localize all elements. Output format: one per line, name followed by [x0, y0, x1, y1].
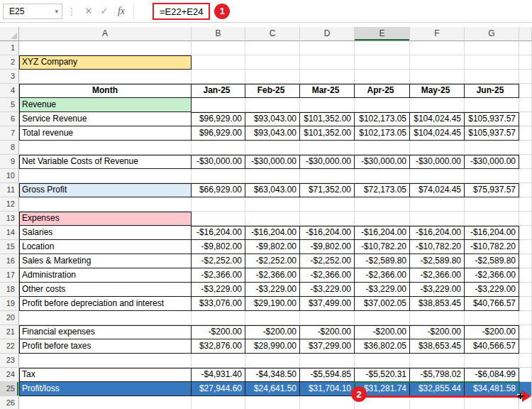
- cell[interactable]: [355, 169, 410, 183]
- cell[interactable]: $28,990.00: [245, 339, 300, 354]
- cell[interactable]: Location: [19, 240, 192, 254]
- cell[interactable]: $36,802.05: [355, 339, 410, 354]
- cell[interactable]: $93,043.00: [245, 112, 300, 126]
- cell[interactable]: -$2,366.00: [245, 268, 300, 283]
- row-number[interactable]: 7: [0, 126, 19, 141]
- cell[interactable]: -$2,589.80: [355, 254, 410, 268]
- cell[interactable]: [300, 70, 355, 84]
- cell[interactable]: Apr-25: [355, 84, 410, 98]
- cell[interactable]: [19, 141, 192, 155]
- cell[interactable]: $27,944.60: [192, 382, 245, 396]
- cell[interactable]: -$5,594.85: [300, 368, 355, 382]
- cell[interactable]: -$3,229.00: [410, 283, 465, 297]
- cell[interactable]: [519, 126, 532, 141]
- cell[interactable]: [245, 311, 300, 325]
- cell[interactable]: [300, 396, 355, 409]
- cell[interactable]: [192, 98, 245, 112]
- cell[interactable]: $102,173.05: [355, 126, 410, 141]
- cell[interactable]: Feb-25: [245, 84, 300, 98]
- column-header-G[interactable]: G: [465, 27, 519, 41]
- cell[interactable]: [410, 98, 465, 112]
- cell[interactable]: $31,704.10: [300, 382, 355, 396]
- cell[interactable]: [410, 396, 465, 409]
- cell[interactable]: $66,929.00: [192, 183, 245, 197]
- cell[interactable]: [192, 55, 245, 70]
- cell[interactable]: $105,937.57: [465, 112, 519, 126]
- cell[interactable]: [410, 311, 465, 325]
- cell[interactable]: -$5,798.02: [410, 368, 465, 382]
- cell[interactable]: -$4,931.40: [192, 368, 245, 382]
- row-number[interactable]: 8: [0, 141, 19, 155]
- cell[interactable]: [519, 112, 532, 126]
- cell[interactable]: [355, 141, 410, 155]
- cell[interactable]: [519, 354, 532, 368]
- cell[interactable]: [300, 311, 355, 325]
- cell[interactable]: [410, 141, 465, 155]
- cell[interactable]: $74,024.45: [410, 183, 465, 197]
- cell[interactable]: -$9,802.00: [300, 240, 355, 254]
- cell[interactable]: $29,190.00: [245, 297, 300, 311]
- cell[interactable]: [355, 197, 410, 212]
- cell[interactable]: [300, 141, 355, 155]
- cell[interactable]: [355, 212, 410, 226]
- cell[interactable]: [465, 98, 519, 112]
- cell[interactable]: Administration: [19, 268, 192, 283]
- cell[interactable]: Revenue: [19, 98, 192, 112]
- cell[interactable]: -$30,000.00: [410, 155, 465, 169]
- cell[interactable]: [192, 354, 245, 368]
- cell[interactable]: [300, 98, 355, 112]
- cell[interactable]: Net Variable Costs of Revenue: [19, 155, 192, 169]
- cell[interactable]: [519, 55, 532, 70]
- cell[interactable]: [519, 141, 532, 155]
- cell[interactable]: $71,352.00: [300, 183, 355, 197]
- cell[interactable]: -$6,084.99: [465, 368, 519, 382]
- column-header-A[interactable]: A: [19, 27, 192, 41]
- row-number[interactable]: 22: [0, 339, 19, 354]
- cell[interactable]: [19, 396, 192, 409]
- cell[interactable]: $32,855.44: [410, 382, 465, 396]
- cell[interactable]: [245, 70, 300, 84]
- select-all-corner[interactable]: [0, 27, 19, 41]
- cell[interactable]: [410, 41, 465, 55]
- cell[interactable]: [465, 197, 519, 212]
- cell[interactable]: $32,876.00: [192, 339, 245, 354]
- cell[interactable]: [465, 41, 519, 55]
- cell[interactable]: [519, 84, 532, 98]
- cell[interactable]: [465, 311, 519, 325]
- cell[interactable]: Financial expenses: [19, 325, 192, 339]
- column-header-D[interactable]: D: [300, 27, 355, 41]
- cell[interactable]: -$200.00: [355, 325, 410, 339]
- cell[interactable]: Salaries: [19, 226, 192, 240]
- cell[interactable]: [300, 41, 355, 55]
- row-number[interactable]: 15: [0, 240, 19, 254]
- cell[interactable]: [300, 169, 355, 183]
- cell[interactable]: $72,173.05: [355, 183, 410, 197]
- cell[interactable]: -$200.00: [300, 325, 355, 339]
- cell[interactable]: -$3,229.00: [300, 283, 355, 297]
- cell[interactable]: [519, 311, 532, 325]
- cell[interactable]: -$200.00: [192, 325, 245, 339]
- cell[interactable]: -$2,589.80: [465, 254, 519, 268]
- cell[interactable]: -$30,000.00: [355, 155, 410, 169]
- cell[interactable]: Sales & Marketing: [19, 254, 192, 268]
- cell[interactable]: -$200.00: [410, 325, 465, 339]
- row-number[interactable]: 4: [0, 84, 19, 98]
- cell[interactable]: [465, 141, 519, 155]
- cell[interactable]: $104,024.45: [410, 112, 465, 126]
- cell[interactable]: -$9,802.00: [192, 240, 245, 254]
- cancel-button[interactable]: ✕: [81, 6, 96, 16]
- cell[interactable]: -$3,229.00: [355, 283, 410, 297]
- cell[interactable]: [519, 339, 532, 354]
- cell[interactable]: [192, 311, 245, 325]
- cell[interactable]: Mar-25: [300, 84, 355, 98]
- cell[interactable]: -$2,589.80: [410, 254, 465, 268]
- cell[interactable]: XYZ Company: [19, 55, 192, 70]
- row-number[interactable]: 2: [0, 55, 19, 70]
- row-number[interactable]: 20: [0, 311, 19, 325]
- cell[interactable]: [192, 169, 245, 183]
- cell[interactable]: -$30,000.00: [465, 155, 519, 169]
- cell[interactable]: May-25: [410, 84, 465, 98]
- cell[interactable]: [519, 169, 532, 183]
- column-header-C[interactable]: C: [245, 27, 300, 41]
- cell[interactable]: $96,929.00: [192, 126, 245, 141]
